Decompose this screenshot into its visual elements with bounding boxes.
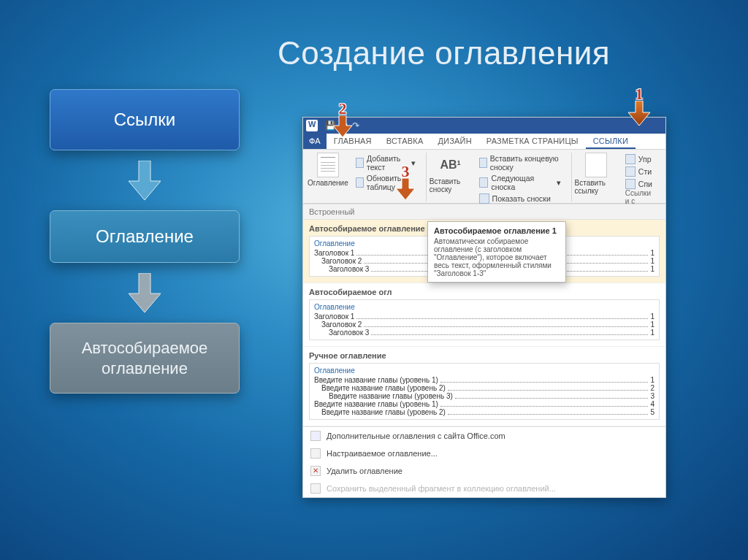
add-text-icon: [356, 158, 364, 168]
flowchart: Ссылки Оглавление Автособираемое оглавле…: [45, 89, 244, 394]
callout-3: 3: [396, 162, 415, 200]
arrow-down-icon: [396, 178, 415, 200]
citation-icon: [585, 153, 607, 177]
callout-2: 2: [333, 99, 352, 137]
callout-1: 1: [628, 85, 650, 126]
toc-style-manual[interactable]: Ручное оглавление Оглавление Введите наз…: [303, 347, 665, 426]
next-footnote-button[interactable]: Следующая сноска ▾: [479, 174, 561, 191]
divider: [571, 153, 572, 202]
save-gallery-icon: [310, 483, 321, 494]
show-notes-button[interactable]: Показать сноски: [479, 193, 561, 204]
gallery-footer: Дополнительные оглавления с сайта Office…: [303, 426, 665, 497]
toc-preview: Оглавление Введите название главы (урове…: [309, 363, 660, 420]
arrow-down-icon: [628, 101, 650, 126]
arrow-down-icon: [129, 273, 161, 312]
tab-file[interactable]: ФА: [303, 134, 327, 149]
ribbon-tabs: ФА ГЛАВНАЯ ВСТАВКА ДИЗАЙН РАЗМЕТКА СТРАН…: [303, 134, 665, 150]
ribbon-body: Оглавление Добавить текст ▾ Обновить таб…: [303, 150, 665, 204]
show-notes-icon: [479, 193, 489, 204]
toc-gallery: Встроенный Автособираемое оглавление 1 О…: [303, 204, 665, 497]
manage-sources-icon: [625, 154, 636, 164]
insert-citation-button[interactable]: Вставить ссылку: [575, 153, 618, 195]
slide-title: Создание оглавления: [278, 35, 610, 72]
bibliography-button[interactable]: Спи: [625, 179, 652, 189]
group-citation-actions: Упр Сти Спи Ссылки и с: [625, 153, 654, 205]
insert-footnote-button[interactable]: AB¹ Вставить сноску: [430, 153, 472, 193]
tab-design[interactable]: ДИЗАЙН: [430, 134, 478, 149]
group-footnote-actions: Вставить концевую сноску Следующая сноск…: [479, 153, 561, 204]
bibliography-icon: [625, 179, 636, 189]
next-footnote-icon: [479, 177, 489, 188]
redo-icon[interactable]: ↷: [352, 120, 359, 131]
toc-style-auto1[interactable]: Автособираемое оглавление 1 Оглавление З…: [303, 220, 665, 283]
chevron-down-icon: ▾: [557, 178, 561, 187]
arrow-down-icon: [129, 161, 161, 200]
group-footnote: AB¹ Вставить сноску: [430, 153, 472, 193]
title-bar: 💾 ↶ ↷: [303, 118, 665, 134]
divider: [426, 153, 427, 202]
endnote-icon: [479, 158, 487, 168]
word-app-icon: [306, 120, 318, 131]
save-selection-button: Сохранить выделенный фрагмент в коллекци…: [303, 480, 665, 497]
style-icon: [625, 166, 636, 177]
style-button[interactable]: Сти: [625, 166, 652, 177]
remove-toc-button[interactable]: Удалить оглавление: [303, 462, 665, 480]
remove-icon: [310, 466, 321, 476]
tab-layout[interactable]: РАЗМЕТКА СТРАНИЦЫ: [479, 134, 586, 149]
footnote-icon: AB¹: [440, 153, 460, 177]
group-toc: Оглавление: [308, 153, 348, 187]
toc-icon: [317, 153, 339, 177]
manage-sources-button[interactable]: Упр: [625, 154, 652, 164]
more-from-office-button[interactable]: Дополнительные оглавления с сайта Office…: [303, 427, 665, 445]
gear-icon: [310, 448, 321, 459]
update-table-icon: [356, 177, 364, 188]
flow-box-1: Ссылки: [50, 89, 240, 150]
tab-references[interactable]: ССЫЛКИ: [586, 134, 636, 149]
toc-preview: Оглавление Заголовок 11 Заголовок 21 Заг…: [309, 299, 660, 340]
group-citation: Вставить ссылку: [575, 153, 618, 195]
flow-box-2: Оглавление: [50, 210, 240, 263]
toc-style-auto2[interactable]: Автособираемое огл Оглавление Заголовок …: [303, 283, 665, 347]
custom-toc-button[interactable]: Настраиваемое оглавление...: [303, 445, 665, 462]
arrow-down-icon: [333, 115, 352, 137]
insert-endnote-button[interactable]: Вставить концевую сноску: [479, 154, 561, 172]
word-screenshot: 💾 ↶ ↷ ФА ГЛАВНАЯ ВСТАВКА ДИЗАЙН РАЗМЕТКА…: [302, 117, 666, 498]
toc-button[interactable]: Оглавление: [308, 153, 348, 187]
tooltip: Автособираемое оглавление 1 Автоматическ…: [427, 221, 566, 283]
flow-box-3: Автособираемое оглавление: [50, 323, 240, 394]
office-icon: [310, 431, 321, 441]
tab-insert[interactable]: ВСТАВКА: [379, 134, 431, 149]
slide: Создание оглавления Ссылки Оглавление Ав…: [0, 0, 748, 560]
gallery-header: Встроенный: [303, 204, 665, 220]
